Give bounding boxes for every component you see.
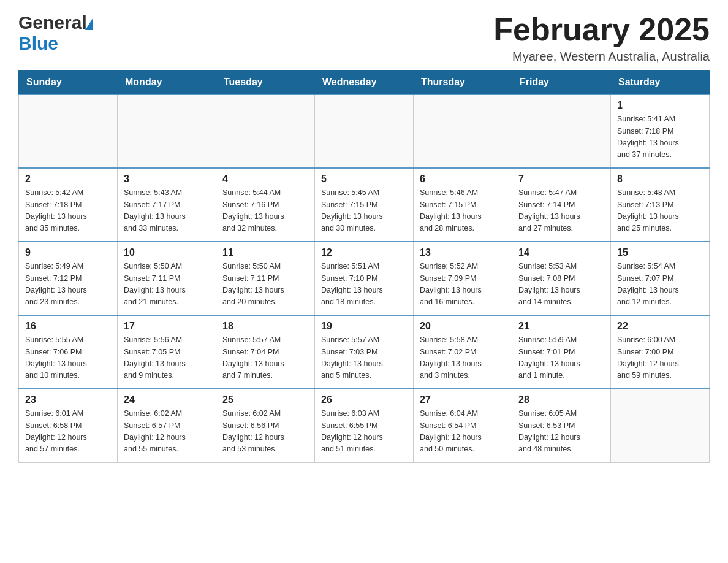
day-info: Sunrise: 6:03 AM Sunset: 6:55 PM Dayligh… — [321, 408, 407, 456]
day-info: Sunrise: 5:50 AM Sunset: 7:11 PM Dayligh… — [124, 261, 210, 308]
calendar-week-row: 9Sunrise: 5:49 AM Sunset: 7:12 PM Daylig… — [19, 242, 710, 315]
day-info: Sunrise: 6:05 AM Sunset: 6:53 PM Dayligh… — [518, 408, 604, 456]
calendar-week-row: 16Sunrise: 5:55 AM Sunset: 7:06 PM Dayli… — [19, 315, 710, 389]
day-info: Sunrise: 5:54 AM Sunset: 7:07 PM Dayligh… — [617, 261, 703, 308]
calendar-day-cell: 1Sunrise: 5:41 AM Sunset: 7:18 PM Daylig… — [611, 94, 710, 168]
day-number: 11 — [222, 247, 308, 258]
calendar-day-cell: 21Sunrise: 5:59 AM Sunset: 7:01 PM Dayli… — [512, 315, 611, 389]
calendar-day-cell: 5Sunrise: 5:45 AM Sunset: 7:15 PM Daylig… — [315, 168, 414, 242]
calendar-day-cell: 20Sunrise: 5:58 AM Sunset: 7:02 PM Dayli… — [414, 315, 512, 389]
calendar-header-saturday: Saturday — [611, 71, 710, 95]
day-number: 25 — [222, 394, 308, 405]
day-number: 18 — [222, 321, 308, 332]
calendar-day-cell: 12Sunrise: 5:51 AM Sunset: 7:10 PM Dayli… — [315, 242, 414, 315]
day-info: Sunrise: 5:46 AM Sunset: 7:15 PM Dayligh… — [420, 187, 506, 235]
day-info: Sunrise: 6:00 AM Sunset: 7:00 PM Dayligh… — [617, 334, 703, 382]
day-number: 1 — [617, 100, 703, 111]
day-info: Sunrise: 5:56 AM Sunset: 7:05 PM Dayligh… — [124, 334, 210, 382]
day-number: 7 — [518, 174, 604, 185]
calendar-day-cell: 18Sunrise: 5:57 AM Sunset: 7:04 PM Dayli… — [216, 315, 315, 389]
calendar-day-cell: 24Sunrise: 6:02 AM Sunset: 6:57 PM Dayli… — [118, 389, 216, 462]
calendar-day-cell: 27Sunrise: 6:04 AM Sunset: 6:54 PM Dayli… — [414, 389, 512, 462]
calendar-day-cell: 9Sunrise: 5:49 AM Sunset: 7:12 PM Daylig… — [19, 242, 118, 315]
day-number: 16 — [25, 321, 111, 332]
day-info: Sunrise: 5:41 AM Sunset: 7:18 PM Dayligh… — [617, 113, 703, 161]
day-info: Sunrise: 5:47 AM Sunset: 7:14 PM Dayligh… — [518, 187, 604, 235]
day-info: Sunrise: 5:52 AM Sunset: 7:09 PM Dayligh… — [420, 261, 506, 308]
calendar-day-cell: 22Sunrise: 6:00 AM Sunset: 7:00 PM Dayli… — [611, 315, 710, 389]
calendar-day-cell: 13Sunrise: 5:52 AM Sunset: 7:09 PM Dayli… — [414, 242, 512, 315]
day-info: Sunrise: 5:42 AM Sunset: 7:18 PM Dayligh… — [25, 187, 111, 235]
day-info: Sunrise: 5:55 AM Sunset: 7:06 PM Dayligh… — [25, 334, 111, 382]
calendar-day-cell: 7Sunrise: 5:47 AM Sunset: 7:14 PM Daylig… — [512, 168, 611, 242]
calendar-day-cell — [19, 94, 118, 168]
calendar-day-cell: 10Sunrise: 5:50 AM Sunset: 7:11 PM Dayli… — [118, 242, 216, 315]
calendar-week-row: 2Sunrise: 5:42 AM Sunset: 7:18 PM Daylig… — [19, 168, 710, 242]
day-info: Sunrise: 5:44 AM Sunset: 7:16 PM Dayligh… — [222, 187, 308, 235]
day-info: Sunrise: 5:58 AM Sunset: 7:02 PM Dayligh… — [420, 334, 506, 382]
calendar-day-cell: 14Sunrise: 5:53 AM Sunset: 7:08 PM Dayli… — [512, 242, 611, 315]
day-number: 22 — [617, 321, 703, 332]
calendar-day-cell: 28Sunrise: 6:05 AM Sunset: 6:53 PM Dayli… — [512, 389, 611, 462]
calendar-day-cell — [611, 389, 710, 462]
day-info: Sunrise: 6:01 AM Sunset: 6:58 PM Dayligh… — [25, 408, 111, 456]
day-number: 9 — [25, 247, 111, 258]
day-number: 14 — [518, 247, 604, 258]
day-number: 27 — [420, 394, 506, 405]
day-info: Sunrise: 6:02 AM Sunset: 6:57 PM Dayligh… — [124, 408, 210, 456]
calendar-week-row: 1Sunrise: 5:41 AM Sunset: 7:18 PM Daylig… — [19, 94, 710, 168]
calendar-day-cell: 8Sunrise: 5:48 AM Sunset: 7:13 PM Daylig… — [611, 168, 710, 242]
day-number: 23 — [25, 394, 111, 405]
calendar-day-cell — [414, 94, 512, 168]
calendar-day-cell — [118, 94, 216, 168]
calendar-day-cell: 26Sunrise: 6:03 AM Sunset: 6:55 PM Dayli… — [315, 389, 414, 462]
calendar-day-cell — [512, 94, 611, 168]
calendar-day-cell: 6Sunrise: 5:46 AM Sunset: 7:15 PM Daylig… — [414, 168, 512, 242]
calendar-day-cell: 25Sunrise: 6:02 AM Sunset: 6:56 PM Dayli… — [216, 389, 315, 462]
calendar-header-monday: Monday — [118, 71, 216, 95]
location-title: Myaree, Western Australia, Australia — [493, 50, 710, 64]
day-info: Sunrise: 5:48 AM Sunset: 7:13 PM Dayligh… — [617, 187, 703, 235]
day-number: 24 — [124, 394, 210, 405]
calendar-day-cell: 17Sunrise: 5:56 AM Sunset: 7:05 PM Dayli… — [118, 315, 216, 389]
calendar-header-friday: Friday — [512, 71, 611, 95]
calendar-day-cell — [216, 94, 315, 168]
calendar-day-cell: 2Sunrise: 5:42 AM Sunset: 7:18 PM Daylig… — [19, 168, 118, 242]
day-info: Sunrise: 5:51 AM Sunset: 7:10 PM Dayligh… — [321, 261, 407, 308]
calendar-day-cell: 16Sunrise: 5:55 AM Sunset: 7:06 PM Dayli… — [19, 315, 118, 389]
day-number: 2 — [25, 174, 111, 185]
calendar-header-row: SundayMondayTuesdayWednesdayThursdayFrid… — [19, 71, 710, 95]
day-number: 26 — [321, 394, 407, 405]
day-info: Sunrise: 5:57 AM Sunset: 7:03 PM Dayligh… — [321, 334, 407, 382]
calendar-day-cell: 4Sunrise: 5:44 AM Sunset: 7:16 PM Daylig… — [216, 168, 315, 242]
title-section: February 2025 Myaree, Western Australia,… — [493, 12, 710, 64]
day-number: 15 — [617, 247, 703, 258]
day-number: 3 — [124, 174, 210, 185]
day-info: Sunrise: 6:02 AM Sunset: 6:56 PM Dayligh… — [222, 408, 308, 456]
day-number: 12 — [321, 247, 407, 258]
logo-general-text: General — [18, 12, 87, 33]
calendar-day-cell: 3Sunrise: 5:43 AM Sunset: 7:17 PM Daylig… — [118, 168, 216, 242]
day-number: 13 — [420, 247, 506, 258]
calendar-header-wednesday: Wednesday — [315, 71, 414, 95]
logo-blue-text: Blue — [18, 33, 58, 54]
calendar-day-cell: 15Sunrise: 5:54 AM Sunset: 7:07 PM Dayli… — [611, 242, 710, 315]
calendar-day-cell — [315, 94, 414, 168]
day-number: 5 — [321, 174, 407, 185]
month-title: February 2025 — [493, 12, 710, 47]
calendar-header-sunday: Sunday — [19, 71, 118, 95]
day-info: Sunrise: 5:57 AM Sunset: 7:04 PM Dayligh… — [222, 334, 308, 382]
day-number: 8 — [617, 174, 703, 185]
page-header: General Blue February 2025 Myaree, Weste… — [18, 12, 710, 64]
day-number: 20 — [420, 321, 506, 332]
day-info: Sunrise: 5:59 AM Sunset: 7:01 PM Dayligh… — [518, 334, 604, 382]
day-number: 19 — [321, 321, 407, 332]
calendar-day-cell: 19Sunrise: 5:57 AM Sunset: 7:03 PM Dayli… — [315, 315, 414, 389]
day-info: Sunrise: 5:53 AM Sunset: 7:08 PM Dayligh… — [518, 261, 604, 308]
calendar-day-cell: 11Sunrise: 5:50 AM Sunset: 7:11 PM Dayli… — [216, 242, 315, 315]
day-info: Sunrise: 5:49 AM Sunset: 7:12 PM Dayligh… — [25, 261, 111, 308]
day-number: 10 — [124, 247, 210, 258]
logo-triangle-icon — [85, 18, 93, 30]
day-number: 4 — [222, 174, 308, 185]
calendar-table: SundayMondayTuesdayWednesdayThursdayFrid… — [18, 70, 710, 463]
